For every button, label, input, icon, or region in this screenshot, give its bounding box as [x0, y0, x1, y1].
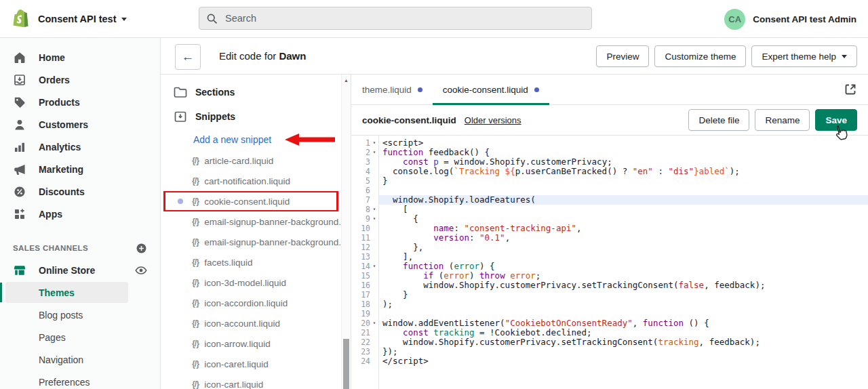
code-line[interactable]: 24</script>	[351, 356, 868, 366]
file-item-cart-notification-liquid[interactable]: {/}cart-notification.liquid	[161, 171, 351, 191]
scrollbar-thumb[interactable]	[343, 339, 349, 389]
sidebar-item-themes[interactable]: Themes	[0, 281, 160, 304]
code-line[interactable]: 13 ],	[351, 252, 868, 262]
code-line[interactable]: 6	[351, 186, 868, 195]
sidebar-item-navigation[interactable]: Navigation	[0, 348, 160, 371]
sidebar-item-label: Home	[39, 52, 65, 63]
tab-theme-liquid[interactable]: theme.liquid	[352, 75, 433, 104]
line-number: 8	[366, 205, 370, 214]
folder-snippets[interactable]: Snippets	[161, 104, 351, 129]
sidebar-item-blog-posts[interactable]: Blog posts	[0, 304, 160, 326]
code-text	[378, 186, 382, 195]
code-line[interactable]: 21 const tracking = !Cookiebot.declined;	[351, 328, 868, 337]
file-item-icon-account-liquid[interactable]: {/}icon-account.liquid	[161, 313, 351, 333]
code-line[interactable]: 16 window.Shopify.customerPrivacy.setTra…	[351, 281, 868, 290]
code-line[interactable]: 17 }	[351, 290, 868, 300]
code-line[interactable]: 5}	[351, 176, 868, 186]
expert-theme-help-button[interactable]: Expert theme help	[751, 45, 857, 67]
gutter-cell: 20▾	[351, 319, 378, 328]
line-number: 2	[366, 148, 370, 157]
save-button[interactable]: Save	[815, 109, 857, 131]
file-item-facets-liquid[interactable]: {/}facets.liquid	[161, 252, 351, 272]
search-input[interactable]	[224, 12, 585, 24]
line-number: 18	[361, 300, 370, 309]
file-item-email-signup-banner-background-liquid[interactable]: {/}email-signup-banner-background.liquid	[161, 211, 351, 232]
sidebar-item-products[interactable]: Products	[0, 91, 160, 113]
sidebar-item-marketing[interactable]: Marketing	[0, 158, 160, 180]
code-line[interactable]: 23});	[351, 347, 868, 356]
fold-toggle-icon[interactable]: ▾	[370, 205, 378, 214]
sidebar-item-apps[interactable]: Apps	[0, 203, 160, 225]
sidebar-item-preferences[interactable]: Preferences	[0, 371, 160, 389]
file-item-cookie-consent-liquid[interactable]: {/}cookie-consent.liquid	[161, 191, 351, 211]
code-line[interactable]: 2▾function feedback() {	[351, 148, 868, 157]
account-menu[interactable]: CA Consent API test Admin	[724, 0, 856, 38]
file-item-icon-3d-model-liquid[interactable]: {/}icon-3d-model.liquid	[161, 272, 351, 293]
code-editor-panel: theme.liquid cookie-consent.liquid cooki…	[351, 75, 868, 389]
topbar: Consent API test CA Consent API test Adm…	[0, 0, 868, 38]
code-line[interactable]: 14▾ function (error) {	[351, 262, 868, 271]
file-item-icon-caret-liquid[interactable]: {/}icon-caret.liquid	[161, 354, 351, 374]
add-channel-icon[interactable]	[136, 243, 147, 254]
code-area[interactable]: 1▾<script>2▾function feedback() {3 const…	[351, 136, 868, 389]
fold-toggle-icon[interactable]: ▾	[370, 138, 378, 148]
code-line[interactable]: 3 const p = window.Shopify.customerPriva…	[351, 157, 868, 167]
fold-toggle-icon[interactable]: ▾	[370, 262, 378, 271]
discounts-icon	[13, 185, 26, 199]
file-item-icon-arrow-liquid[interactable]: {/}icon-arrow.liquid	[161, 333, 351, 354]
file-item-icon-cart-liquid[interactable]: {/}icon-cart.liquid	[161, 374, 351, 389]
sidebar-item-analytics[interactable]: Analytics	[0, 136, 160, 158]
file-item-email-signup-banner-background-liquid[interactable]: {/}email-signup-banner-background.liquid	[161, 232, 351, 252]
sidebar-item-orders[interactable]: Orders	[0, 68, 160, 91]
code-line[interactable]: 1▾<script>	[351, 138, 868, 148]
store-switcher[interactable]: Consent API test	[38, 0, 127, 38]
line-number: 13	[361, 252, 370, 262]
gutter-cell: 15	[351, 271, 378, 281]
code-line[interactable]: 20▾window.addEventListener("CookiebotOnC…	[351, 319, 868, 328]
view-store-eye-icon[interactable]	[135, 264, 147, 277]
liquid-file-icon: {/}	[192, 237, 199, 247]
sidebar-item-pages[interactable]: Pages	[0, 326, 160, 348]
code-line[interactable]: 12 },	[351, 243, 868, 252]
code-line[interactable]: 7 window.Shopify.loadFeatures(	[351, 195, 868, 205]
fold-toggle-icon[interactable]: ▾	[370, 319, 378, 328]
file-item-article-card-liquid[interactable]: {/}article-card.liquid	[161, 150, 351, 171]
sidebar-item-customers[interactable]: Customers	[0, 113, 160, 136]
folder-sections[interactable]: Sections	[161, 80, 351, 104]
shopify-logo-icon[interactable]	[12, 9, 30, 29]
customize-theme-button[interactable]: Customize theme	[654, 45, 746, 67]
add-new-snippet-link[interactable]: Add a new snippet	[161, 129, 351, 150]
header-actions: Preview Customize theme Expert theme hel…	[596, 45, 857, 67]
gutter-cell: 2▾	[351, 148, 378, 157]
back-button[interactable]: ←	[175, 44, 201, 70]
code-line[interactable]: 19	[351, 309, 868, 319]
code-line[interactable]: 11 version: "0.1",	[351, 233, 868, 243]
file-item-icon-accordion-liquid[interactable]: {/}icon-accordion.liquid	[161, 293, 351, 313]
store-name: Consent API test	[38, 14, 116, 24]
code-line[interactable]: 9▾ {	[351, 214, 868, 224]
code-line[interactable]: 10 name: "consent-tracking-api",	[351, 224, 868, 233]
code-line[interactable]: 22 window.Shopify.customerPrivacy.setTra…	[351, 337, 868, 347]
file-name: cookie-consent.liquid	[204, 197, 290, 207]
sidebar-item-home[interactable]: Home	[0, 46, 160, 68]
fold-toggle-icon[interactable]: ▾	[370, 214, 378, 224]
sidebar-item-online-store[interactable]: Online Store	[0, 259, 160, 281]
preview-button[interactable]: Preview	[596, 45, 649, 67]
sales-channels-header: SALES CHANNELS	[0, 240, 160, 256]
file-tree-scrollbar[interactable]: ▲	[341, 75, 351, 389]
older-versions-link[interactable]: Older versions	[465, 115, 521, 125]
search-bar[interactable]	[199, 7, 592, 30]
rename-button[interactable]: Rename	[755, 109, 810, 131]
tab-cookie-consent-liquid[interactable]: cookie-consent.liquid	[433, 75, 549, 104]
scroll-up-icon[interactable]: ▲	[342, 78, 351, 83]
fold-toggle-icon[interactable]: ▾	[370, 148, 378, 157]
sidebar-item-discounts[interactable]: Discounts	[0, 180, 160, 203]
file-name: cart-notification.liquid	[204, 176, 290, 186]
code-line[interactable]: 4 console.log(`Tracking ${p.userCanBeTra…	[351, 167, 868, 176]
liquid-file-icon: {/}	[192, 176, 199, 186]
delete-file-button[interactable]: Delete file	[688, 109, 749, 131]
expand-editor-icon[interactable]	[844, 83, 857, 96]
code-line[interactable]: 18);	[351, 300, 868, 309]
code-line[interactable]: 8▾ [	[351, 205, 868, 214]
code-line[interactable]: 15 if (error) throw error;	[351, 271, 868, 281]
